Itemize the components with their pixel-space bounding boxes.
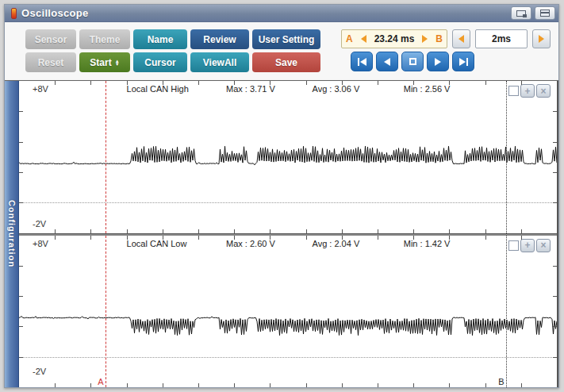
skip-to-start-button[interactable]: [351, 52, 373, 71]
tick: [521, 81, 522, 85]
tick: [19, 202, 23, 203]
tick: [449, 236, 450, 240]
tick: [127, 81, 128, 85]
zoom-in-channel-button[interactable]: +: [520, 239, 535, 252]
bar-icon: [466, 58, 468, 66]
tick: [270, 236, 270, 240]
name-button-label: Name: [148, 34, 174, 45]
cursor-b-line[interactable]: [506, 81, 507, 233]
tick: [90, 229, 91, 233]
tick: [449, 383, 450, 387]
timebase-decrease-button[interactable]: [452, 29, 470, 48]
theme-button[interactable]: Theme: [79, 29, 130, 49]
tick: [342, 383, 343, 387]
close-channel-button[interactable]: ×: [536, 84, 551, 98]
tick: [234, 383, 235, 387]
tick: [485, 383, 486, 387]
tick: [127, 383, 128, 387]
tick: [485, 81, 486, 85]
skip-to-end-icon: [459, 58, 466, 66]
tick: [234, 229, 235, 233]
triangle-left-icon: [361, 35, 366, 43]
tick: [553, 172, 557, 173]
tick: [553, 111, 557, 112]
tick: [163, 81, 163, 85]
channel-select-checkbox[interactable]: [508, 240, 519, 251]
zoom-in-channel-button[interactable]: +: [520, 84, 535, 98]
top-voltage-label: +8V: [33, 84, 48, 94]
toolbar-buttons: Sensor Theme Name Review User Setting Re…: [25, 29, 320, 74]
tick: [19, 142, 23, 143]
stop-icon: [409, 58, 416, 65]
channel-select-checkbox[interactable]: [508, 86, 519, 96]
avg-stat: Avg : 2.04 V: [313, 239, 360, 248]
can-high-waveform: [19, 81, 557, 233]
name-button[interactable]: Name: [133, 29, 187, 49]
waveform-panel-can-high: +8V -2V Local CAN High Max : 3.71 V Avg …: [19, 81, 557, 234]
step-back-icon: [384, 58, 390, 66]
step-back-button[interactable]: [376, 52, 398, 71]
main-area: Configuration +8V -2V Local CAN High Max…: [5, 80, 558, 387]
cursor-button[interactable]: Cursor: [133, 52, 187, 72]
step-forward-button[interactable]: [427, 52, 449, 71]
tick: [127, 236, 128, 240]
user-setting-button[interactable]: User Setting: [252, 29, 320, 49]
tick: [19, 296, 23, 297]
save-button[interactable]: Save: [252, 52, 320, 72]
titlebar: Oscilloscope: [5, 5, 558, 22]
panel-controls: + ×: [508, 84, 551, 98]
maximize-window-button[interactable]: [535, 6, 555, 20]
arrow-left-icon: [458, 35, 464, 43]
tick: [378, 81, 378, 85]
window-title: Oscilloscope: [21, 7, 511, 19]
timebase-value[interactable]: 2ms: [475, 29, 528, 48]
restore-window-button[interactable]: [511, 6, 531, 20]
bar-icon: [358, 58, 359, 66]
tick: [553, 357, 557, 358]
tick: [90, 236, 91, 240]
zero-volt-gridline: [19, 357, 557, 358]
tick: [55, 236, 56, 240]
cursor-b-letter: B: [498, 377, 504, 386]
restore-icon: [516, 10, 526, 17]
tick: [553, 202, 557, 203]
viewall-button[interactable]: ViewAll: [190, 52, 249, 72]
sensor-button[interactable]: Sensor: [25, 29, 76, 49]
review-button-label: Review: [203, 34, 236, 45]
stop-button[interactable]: [401, 52, 424, 71]
tick: [127, 229, 128, 233]
cursor-a-line[interactable]: [106, 236, 106, 388]
review-button[interactable]: Review: [190, 29, 249, 49]
time-controls: A 23.24 ms B 2ms: [341, 29, 552, 74]
tick: [198, 236, 199, 240]
close-channel-button[interactable]: ×: [536, 239, 551, 252]
reset-button[interactable]: Reset: [25, 52, 76, 72]
tick: [270, 383, 270, 387]
maximize-icon: [540, 10, 550, 17]
start-button[interactable]: Start▲▼: [79, 52, 130, 72]
tick: [449, 229, 450, 233]
cursor-b-line[interactable]: [506, 236, 507, 388]
tick: [306, 383, 307, 387]
tick: [19, 326, 23, 327]
tick: [55, 229, 56, 233]
max-stat: Max : 2.60 V: [226, 239, 275, 248]
min-stat: Min : 1.42 V: [404, 239, 451, 248]
tick: [521, 383, 522, 387]
cursor-a-line[interactable]: [106, 81, 106, 233]
cursor-a-letter: A: [98, 377, 103, 386]
avg-stat: Avg : 3.06 V: [313, 84, 360, 94]
toolbar: Sensor Theme Name Review User Setting Re…: [5, 22, 558, 79]
timebase-increase-button[interactable]: [532, 29, 551, 48]
sidebar-configuration-tab[interactable]: Configuration: [5, 81, 19, 387]
tick: [413, 383, 414, 387]
tick: [413, 236, 414, 240]
skip-to-end-button[interactable]: [452, 52, 474, 71]
tick: [163, 236, 163, 240]
arrow-right-icon: [539, 35, 544, 43]
tick: [198, 81, 199, 85]
tick: [306, 81, 307, 85]
tick: [342, 236, 343, 240]
tick: [19, 266, 23, 267]
app-icon: [11, 8, 17, 19]
